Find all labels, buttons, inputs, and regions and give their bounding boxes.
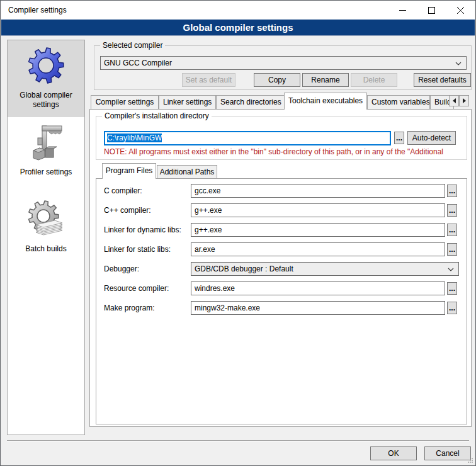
maximize-icon <box>428 7 435 14</box>
close-icon <box>457 7 464 14</box>
left-arrow-icon <box>453 98 456 103</box>
right-arrow-icon <box>463 98 466 103</box>
blue-gear-icon <box>26 46 66 86</box>
ok-button[interactable]: OK <box>370 446 417 460</box>
field-label: Resource compiler: <box>104 281 169 295</box>
cpp-compiler-input[interactable]: g++.exe <box>191 203 445 217</box>
tab-scroll-left-button[interactable] <box>449 95 459 106</box>
minimize-button[interactable] <box>388 1 417 20</box>
installation-dir-input[interactable]: C:\raylib\MinGW <box>104 131 391 145</box>
delete-button[interactable]: Delete <box>351 73 397 87</box>
sidebar: Global compiler settings Profiler settin… <box>7 40 85 435</box>
sidebar-item-batch-builds[interactable]: Batch builds <box>8 194 84 271</box>
field-label: Debugger: <box>104 262 139 276</box>
installation-dir-group-label: Compiler's installation directory <box>102 111 212 121</box>
compiler-settings-window: Compiler settings Global compiler settin… <box>0 0 476 466</box>
minimize-icon <box>399 7 406 14</box>
dynamic-linker-browse-button[interactable]: ... <box>447 224 457 236</box>
chevron-down-icon <box>448 268 454 271</box>
dialog-header: Global compiler settings <box>1 20 475 36</box>
autodetect-button[interactable]: Auto-detect <box>407 131 456 145</box>
copy-button[interactable]: Copy <box>254 73 300 87</box>
debugger-select[interactable]: GDB/CDB debugger : Default <box>191 262 459 276</box>
static-linker-browse-button[interactable]: ... <box>447 243 457 256</box>
footer-divider <box>7 440 469 441</box>
make-program-input[interactable]: mingw32-make.exe <box>191 301 445 315</box>
subtab-program-files[interactable]: Program Files <box>102 163 156 179</box>
close-button[interactable] <box>446 1 475 20</box>
make-program-browse-button[interactable]: ... <box>447 302 457 314</box>
sidebar-item-global-compiler-settings[interactable]: Global compiler settings <box>8 40 84 117</box>
cancel-button[interactable]: Cancel <box>424 446 471 460</box>
resource-compiler-input[interactable]: windres.exe <box>191 281 445 295</box>
tab-custom-variables[interactable]: Custom variables <box>367 95 430 109</box>
selected-compiler-group: Selected compiler GNU GCC Compiler Set a… <box>94 45 472 90</box>
titlebar: Compiler settings <box>1 1 475 20</box>
field-label: Make program: <box>104 301 155 315</box>
dynamic-linker-input[interactable]: g++.exe <box>191 223 445 237</box>
c-compiler-input[interactable]: gcc.exe <box>191 184 445 198</box>
sidebar-item-label: Profiler settings <box>8 168 84 177</box>
caliper-icon <box>26 123 66 163</box>
set-as-default-button[interactable]: Set as default <box>182 73 235 87</box>
toolchain-executables-page: Compiler's installation directory C:\ray… <box>89 109 472 427</box>
field-label: Linker for dynamic libs: <box>104 223 181 237</box>
selected-text: C:\raylib\MinGW <box>107 134 162 142</box>
field-label: C compiler: <box>104 184 142 198</box>
compiler-select[interactable]: GNU GCC Compiler <box>100 56 467 70</box>
cpp-compiler-browse-button[interactable]: ... <box>447 204 457 217</box>
field-label: Linker for static libs: <box>104 242 171 256</box>
tab-search-directories[interactable]: Search directories <box>216 95 285 109</box>
installation-dir-group: Compiler's installation directory C:\ray… <box>96 116 467 160</box>
tab-compiler-settings[interactable]: Compiler settings <box>91 95 159 109</box>
tab-linker-settings[interactable]: Linker settings <box>159 95 216 109</box>
chevron-down-icon <box>455 62 462 65</box>
sidebar-item-label: Global compiler settings <box>8 91 84 110</box>
sidebar-item-label: Batch builds <box>8 244 84 254</box>
maximize-button[interactable] <box>417 1 446 20</box>
note-text: NOTE: All programs must exist either in … <box>104 147 463 156</box>
field-label: C++ compiler: <box>104 203 151 217</box>
selected-compiler-group-label: Selected compiler <box>100 41 165 50</box>
c-compiler-browse-button[interactable]: ... <box>447 185 457 197</box>
static-linker-input[interactable]: ar.exe <box>191 242 445 256</box>
tab-scroll-right-button[interactable] <box>459 95 469 106</box>
reset-defaults-button[interactable]: Reset defaults <box>414 73 471 87</box>
program-files-page: C compiler: gcc.exe ... C++ compiler: g+… <box>96 178 467 424</box>
sidebar-item-profiler-settings[interactable]: Profiler settings <box>8 117 84 194</box>
installation-dir-browse-button[interactable]: ... <box>394 132 404 144</box>
window-title: Compiler settings <box>8 1 67 20</box>
resize-grip[interactable] <box>468 458 473 463</box>
gray-gear-stack-icon <box>26 200 66 240</box>
rename-button[interactable]: Rename <box>302 73 349 87</box>
tab-toolchain-executables[interactable]: Toolchain executables <box>284 93 367 110</box>
resource-compiler-browse-button[interactable]: ... <box>447 282 457 295</box>
subtab-additional-paths[interactable]: Additional Paths <box>157 165 217 178</box>
